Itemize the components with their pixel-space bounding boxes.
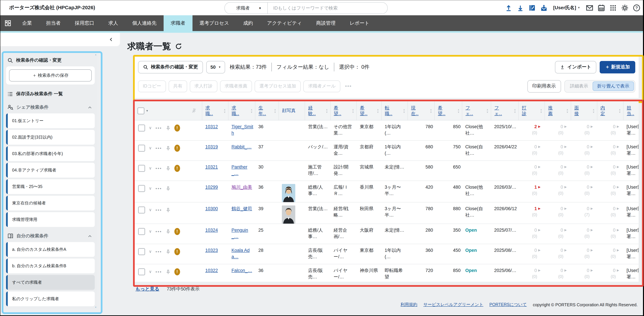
mensetsu-count[interactable]: 0▶	[574, 267, 596, 274]
sort-arrows-icon[interactable]: ▲▼	[326, 108, 328, 113]
naitei-count[interactable]: 0▶	[600, 247, 622, 254]
mail-icon[interactable]	[586, 4, 593, 12]
bulk-button-求人打診[interactable]: 求人打診	[190, 80, 217, 92]
sidebar-item[interactable]: 営業職・25〜35	[6, 179, 95, 194]
global-search[interactable]: 求職者 ▼ IDもしくはフリーワードで検索	[224, 2, 388, 14]
sidebar-item[interactable]: すべての求職者	[6, 275, 95, 290]
tab-採用窓口[interactable]: 採用窓口	[68, 15, 101, 31]
apps-grid-icon[interactable]	[610, 4, 617, 12]
more-options-icon[interactable]: ●●●	[156, 165, 162, 172]
row-checkbox[interactable]	[138, 185, 145, 192]
bulk-button-求職者メール[interactable]: 求職者メール	[304, 80, 340, 92]
suisen-count[interactable]: 0▶	[548, 227, 570, 233]
expand-chevron-icon[interactable]: ∨	[149, 269, 152, 275]
sidebar-item[interactable]: 私のクリップした求職者	[6, 292, 95, 306]
sidebar-item[interactable]: 03.私の部署の求職者(今年)	[6, 146, 95, 161]
sort-arrows-icon[interactable]: ▲▼	[566, 108, 568, 113]
mensetsu-count[interactable]: 0▶	[574, 124, 596, 130]
bulk-button-選考プロセス追加[interactable]: 選考プロセス追加	[255, 80, 301, 92]
search-scope-dropdown[interactable]: 求職者 ▼	[225, 5, 268, 11]
col-label-tenki[interactable]: 転 職‥	[385, 105, 392, 116]
naitei-count[interactable]: 0▶	[600, 267, 622, 274]
dashin-count[interactable]: 1▶	[522, 184, 543, 190]
compose-icon[interactable]	[528, 4, 536, 12]
sort-arrows-icon[interactable]: ▲▼	[250, 108, 253, 113]
bulk-button-求職者推薦[interactable]: 求職者推薦	[220, 80, 252, 92]
col-label-want[interactable]: 希 望‥	[334, 105, 341, 116]
jobseeker-id-link[interactable]: 10322	[205, 268, 218, 273]
col-label-tanto[interactable]: 担 当‥	[627, 105, 634, 116]
bulk-button-共有[interactable]: 共有	[168, 80, 187, 92]
dashin-count[interactable]: 2▶	[522, 124, 543, 130]
pin-icon[interactable]	[166, 166, 171, 171]
more-options-icon[interactable]: ●●●	[156, 248, 162, 255]
tab-求職者[interactable]: 求職者	[164, 15, 192, 31]
select-all-checkbox[interactable]	[138, 107, 144, 114]
collapsed-view-option[interactable]: 折り畳んで表示	[592, 82, 634, 91]
naitei-count[interactable]: 0▶	[600, 206, 622, 212]
expand-chevron-icon[interactable]: ∨	[149, 145, 152, 151]
row-checkbox[interactable]	[138, 165, 145, 172]
tab-担当者[interactable]: 担当者	[39, 15, 68, 31]
col-label-phase_date[interactable]: フ ェ‥	[494, 105, 502, 116]
jobseeker-name-link[interactable]: 鶴谷_健司	[232, 206, 252, 211]
col-label-exp[interactable]: 経 験‥	[308, 105, 316, 116]
search-input[interactable]: IDもしくはフリーワードで検索	[268, 5, 338, 11]
col-label-name[interactable]: 求 職‥	[232, 105, 239, 116]
more-options-icon[interactable]: ●●●	[156, 185, 162, 192]
load-more-link[interactable]: もっと見る	[136, 286, 160, 292]
jobseeker-name-link[interactable]: Panther_…	[232, 164, 248, 176]
download-icon[interactable]	[516, 4, 524, 12]
tab-選考プロセス[interactable]: 選考プロセス	[192, 15, 236, 31]
add-new-button[interactable]: ＋ 新規追加	[600, 61, 635, 73]
sidebar-scrollbar[interactable]: ▲▼	[94, 54, 97, 308]
sort-arrows-icon[interactable]: ▲▼	[224, 108, 226, 113]
more-options-icon[interactable]: ●●●	[156, 228, 162, 235]
footer-link-terms[interactable]: 利用規約	[400, 302, 417, 308]
sort-arrows-icon[interactable]: ▲▼	[540, 108, 542, 113]
tab-商談管理[interactable]: 商談管理	[309, 15, 343, 31]
sort-arrows-icon[interactable]: ▲▼	[618, 108, 621, 113]
scroll-up-icon[interactable]: ▲	[95, 54, 97, 56]
col-label-dashin[interactable]: 打 診	[522, 105, 526, 116]
jobseeker-name-link[interactable]: Falcon_…	[232, 268, 252, 273]
jobseeker-name-link[interactable]: Penguin_…	[232, 228, 248, 239]
suisen-count[interactable]: 0▶	[548, 267, 570, 274]
row-checkbox[interactable]	[138, 145, 145, 152]
expand-chevron-icon[interactable]: ∨	[149, 228, 152, 235]
jobseeker-name-link[interactable]: Koala Ada…	[232, 248, 250, 259]
col-label-cur[interactable]: 現 在‥	[411, 105, 418, 116]
jobseeker-id-link[interactable]: 10321	[205, 164, 218, 170]
col-label-mensetsu[interactable]: 面 接	[574, 105, 579, 116]
expand-chevron-icon[interactable]: ∨	[149, 185, 152, 192]
tab-個人連絡先[interactable]: 個人連絡先	[125, 15, 164, 31]
naitei-count[interactable]: 0▶	[600, 184, 622, 190]
user-menu[interactable]: [User氏名] ▼	[553, 5, 580, 11]
pin-icon[interactable]	[166, 249, 171, 254]
expand-chevron-icon[interactable]: ∨	[149, 125, 152, 131]
sidebar-item[interactable]: 求職管理簿用	[6, 212, 95, 227]
dashin-count[interactable]: 0▶	[522, 227, 543, 233]
dashin-count[interactable]: 0▶	[522, 164, 543, 170]
naitei-count[interactable]: 0▶	[600, 124, 622, 130]
pin-icon[interactable]	[166, 269, 171, 274]
mensetsu-count[interactable]: 0▶	[574, 184, 596, 190]
col-label-age[interactable]: 生 年‥	[258, 105, 266, 116]
naitei-count[interactable]: 0▶	[600, 227, 622, 233]
sort-arrows-icon[interactable]: ▲▼	[274, 108, 276, 113]
sidebar-item[interactable]: 東京在住の候補者	[6, 196, 95, 210]
row-checkbox[interactable]	[138, 228, 145, 235]
saved-search-list-header[interactable]: 保存済み検索条件 一覧	[3, 86, 98, 100]
jobseeker-name-link[interactable]: 鳩川_由美	[232, 185, 252, 190]
pin-off-icon[interactable]	[191, 108, 196, 114]
row-checkbox[interactable]	[138, 124, 145, 132]
bulk-button-IDコピー[interactable]: IDコピー	[138, 80, 166, 92]
dashin-count[interactable]: 0▶	[522, 247, 543, 254]
mensetsu-count[interactable]: 0▶	[574, 227, 596, 233]
sort-arrows-icon[interactable]: ▲▼	[403, 108, 405, 113]
pin-icon[interactable]	[166, 186, 171, 191]
footer-link-sla[interactable]: サービスレベルアグリーメント	[423, 302, 483, 308]
naitei-count[interactable]: 0▶	[600, 164, 622, 170]
sidebar-item[interactable]: 01.仮エントリー	[6, 114, 95, 128]
sidebar-item[interactable]: a. 自分のカスタム検索条件A	[6, 242, 95, 257]
